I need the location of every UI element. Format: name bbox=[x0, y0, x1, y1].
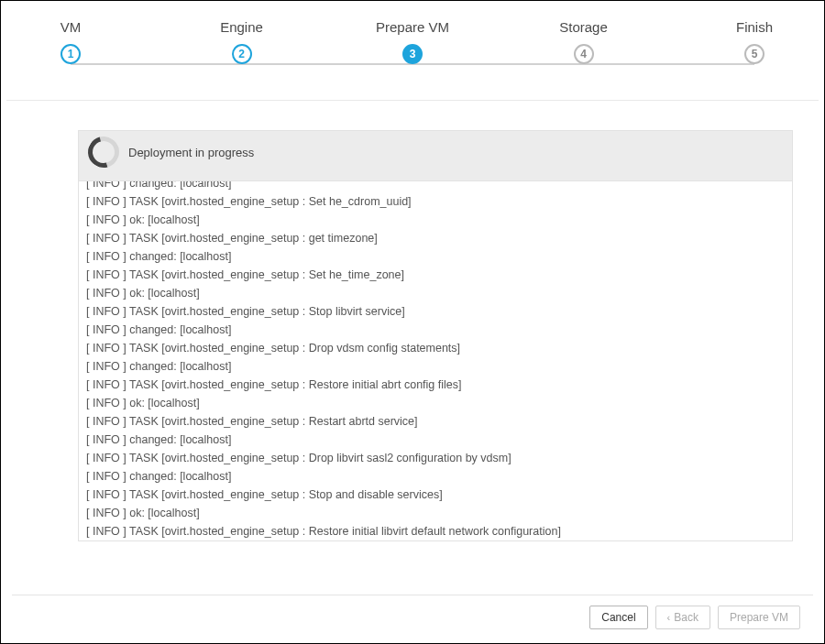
log-line: [ INFO ] TASK [ovirt.hosted_engine_setup… bbox=[86, 486, 785, 504]
step-1: VM1 bbox=[61, 19, 80, 64]
log-line: [ INFO ] TASK [ovirt.hosted_engine_setup… bbox=[86, 376, 785, 394]
log-line: [ INFO ] changed: [localhost] bbox=[86, 321, 785, 339]
log-line: [ INFO ] TASK [ovirt.hosted_engine_setup… bbox=[86, 266, 785, 284]
step-circle: 5 bbox=[744, 44, 764, 64]
stepper-steps: VM1Engine2Prepare VM3Storage4Finish5 bbox=[61, 19, 764, 64]
back-button-label: Back bbox=[674, 611, 698, 624]
deployment-log[interactable]: [ INFO ] changed: [localhost][ INFO ] TA… bbox=[78, 180, 793, 541]
wizard-inner: { "steps": [ {"num":"1","label":"VM","st… bbox=[6, 3, 819, 641]
wizard-stepper: VM1Engine2Prepare VM3Storage4Finish5 bbox=[61, 19, 764, 82]
log-line: [ INFO ] TASK [ovirt.hosted_engine_setup… bbox=[86, 412, 785, 431]
log-line: [ INFO ] ok: [localhost] bbox=[86, 211, 785, 229]
log-line: [ INFO ] TASK [ovirt.hosted_engine_setup… bbox=[86, 522, 785, 540]
step-2: Engine2 bbox=[233, 19, 251, 64]
log-line: [ INFO ] changed: [localhost] bbox=[86, 467, 785, 486]
status-bar: Deployment in progress bbox=[78, 130, 793, 180]
step-circle: 3 bbox=[402, 44, 423, 64]
step-circle: 1 bbox=[60, 44, 81, 64]
step-label: VM bbox=[60, 19, 82, 35]
step-5: Finish5 bbox=[745, 19, 764, 64]
step-circle: 2 bbox=[232, 44, 252, 64]
log-line: [ INFO ] changed: [localhost] bbox=[86, 247, 785, 266]
log-line: [ INFO ] changed: [localhost] bbox=[86, 431, 785, 449]
log-line: [ INFO ] TASK [ovirt.hosted_engine_setup… bbox=[86, 302, 785, 321]
step-4: Storage4 bbox=[575, 19, 593, 64]
log-line: [ INFO ] ok: [localhost] bbox=[86, 394, 785, 412]
content-panel: Deployment in progress [ INFO ] changed:… bbox=[78, 130, 793, 541]
divider bbox=[6, 100, 819, 101]
status-text: Deployment in progress bbox=[128, 146, 254, 159]
log-line: [ INFO ] changed: [localhost] bbox=[86, 180, 785, 192]
log-line: [ INFO ] ok: [localhost] bbox=[86, 284, 785, 302]
log-line: [ INFO ] TASK [ovirt.hosted_engine_setup… bbox=[86, 229, 785, 247]
step-3: Prepare VM3 bbox=[403, 19, 422, 64]
chevron-left-icon: ‹ bbox=[667, 612, 671, 623]
back-button[interactable]: ‹ Back bbox=[655, 606, 710, 629]
wizard-dialog: { "steps": [ {"num":"1","label":"VM","st… bbox=[0, 0, 825, 644]
log-line: [ INFO ] TASK [ovirt.hosted_engine_setup… bbox=[86, 449, 785, 467]
step-label: Prepare VM bbox=[376, 19, 449, 35]
step-label: Finish bbox=[736, 19, 773, 35]
wizard-footer: Cancel ‹ Back Prepare VM bbox=[12, 595, 813, 639]
step-label: Storage bbox=[559, 19, 608, 35]
log-line: [ INFO ] changed: [localhost] bbox=[86, 357, 785, 376]
log-line: [ INFO ] TASK [ovirt.hosted_engine_setup… bbox=[86, 339, 785, 357]
step-circle: 4 bbox=[574, 44, 594, 64]
cancel-button[interactable]: Cancel bbox=[589, 606, 647, 629]
log-line: [ INFO ] TASK [ovirt.hosted_engine_setup… bbox=[86, 192, 785, 211]
step-label: Engine bbox=[220, 19, 263, 35]
spinner-icon bbox=[82, 131, 125, 173]
log-line: [ INFO ] ok: [localhost] bbox=[86, 504, 785, 522]
prepare-vm-button[interactable]: Prepare VM bbox=[718, 606, 800, 629]
